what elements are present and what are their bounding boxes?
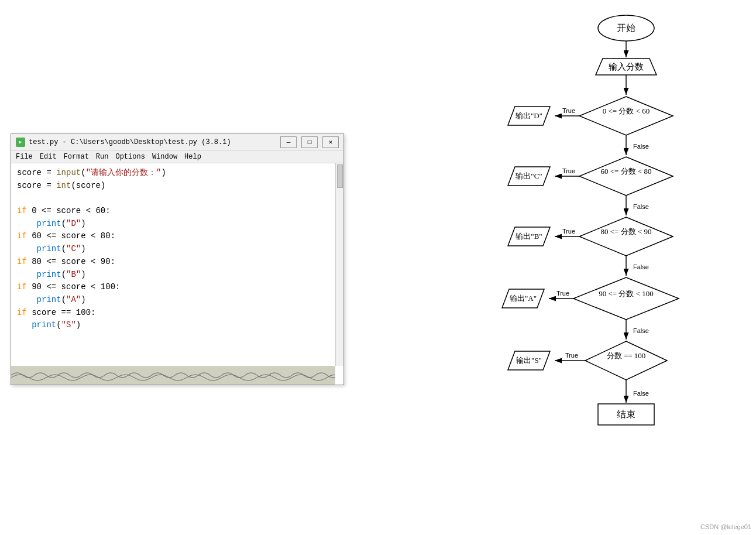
code-line-1: score = input("请输入你的分数：")	[17, 167, 338, 180]
output-c: 输出"C"	[516, 172, 542, 180]
condition-2: 60 <= 分数 < 80	[601, 167, 652, 176]
code-line-9: print("B")	[17, 269, 338, 282]
menu-window[interactable]: Window	[152, 153, 177, 161]
svg-marker-17	[573, 277, 679, 320]
code-area[interactable]: score = input("请输入你的分数：") score = int(sc…	[11, 163, 343, 366]
code-line-10: if 90 <= score < 100:	[17, 281, 338, 294]
false-label-4: False	[633, 327, 649, 334]
menu-options[interactable]: Options	[115, 153, 145, 161]
false-label-3: False	[633, 263, 649, 270]
code-line-2: score = int(score)	[17, 180, 338, 193]
code-line-4: if 0 <= score < 60:	[17, 205, 338, 218]
true-label-2: True	[562, 167, 575, 174]
menu-run[interactable]: Run	[96, 153, 109, 161]
editor-window: ▶ test.py - C:\Users\goodb\Desktop\test.…	[11, 133, 344, 385]
svg-marker-21	[585, 341, 667, 380]
code-line-3	[17, 192, 338, 205]
maximize-button[interactable]: □	[301, 136, 318, 148]
code-line-5: print("D")	[17, 218, 338, 231]
output-b: 输出"B"	[516, 232, 542, 241]
condition-3: 80 <= 分数 < 90	[601, 227, 652, 236]
svg-marker-5	[579, 97, 673, 135]
false-label-1: False	[633, 143, 649, 150]
code-line-7: print("C")	[17, 243, 338, 256]
true-label-5: True	[565, 352, 578, 359]
minimize-button[interactable]: —	[280, 136, 297, 148]
code-line-13: print("S")	[17, 319, 338, 332]
input-label: 输入分数	[609, 62, 644, 71]
condition-5: 分数 == 100	[607, 351, 646, 360]
bottom-decoration	[11, 366, 335, 385]
condition-1: 0 <= 分数 < 60	[603, 107, 650, 115]
title-bar-left: ▶ test.py - C:\Users\goodb\Desktop\test.…	[16, 138, 231, 147]
code-line-12: if score == 100:	[17, 307, 338, 320]
code-line-11: print("A")	[17, 294, 338, 307]
watermark: CSDN @lelege01	[700, 523, 751, 530]
close-button[interactable]: ✕	[322, 136, 339, 148]
title-bar-controls[interactable]: — □ ✕	[280, 136, 339, 148]
end-label: 结束	[617, 409, 635, 419]
true-label-1: True	[562, 107, 575, 114]
svg-marker-9	[579, 157, 673, 196]
scroll-thumb[interactable]	[337, 164, 343, 188]
output-a: 输出"A"	[510, 294, 537, 303]
title-bar: ▶ test.py - C:\Users\goodb\Desktop\test.…	[11, 134, 343, 150]
menu-help[interactable]: Help	[184, 153, 201, 161]
condition-4: 90 <= 分数 < 100	[599, 289, 654, 298]
svg-marker-13	[579, 217, 673, 256]
menu-format[interactable]: Format	[64, 153, 89, 161]
menu-edit[interactable]: Edit	[40, 153, 57, 161]
window-title: test.py - C:\Users\goodb\Desktop\test.py…	[29, 138, 231, 146]
start-label: 开始	[617, 23, 635, 33]
false-label-5: False	[633, 390, 649, 397]
scrollbar[interactable]	[335, 163, 343, 366]
menu-bar: File Edit Format Run Options Window Help	[11, 150, 343, 163]
output-s: 输出"S"	[516, 356, 542, 365]
code-line-8: if 80 <= score < 90:	[17, 256, 338, 269]
app-icon: ▶	[16, 138, 25, 147]
flowchart-svg: 开始 输入分数 0 <= 分数 < 60 True 输出"D" False 60…	[480, 6, 749, 527]
false-label-2: False	[633, 203, 649, 210]
true-label-3: True	[562, 228, 575, 235]
code-line-6: if 60 <= score < 80:	[17, 230, 338, 243]
true-label-4: True	[556, 290, 569, 297]
output-d: 输出"D"	[516, 111, 542, 120]
flowchart: 开始 输入分数 0 <= 分数 < 60 True 输出"D" False 60…	[480, 6, 749, 527]
menu-file[interactable]: File	[16, 153, 33, 161]
